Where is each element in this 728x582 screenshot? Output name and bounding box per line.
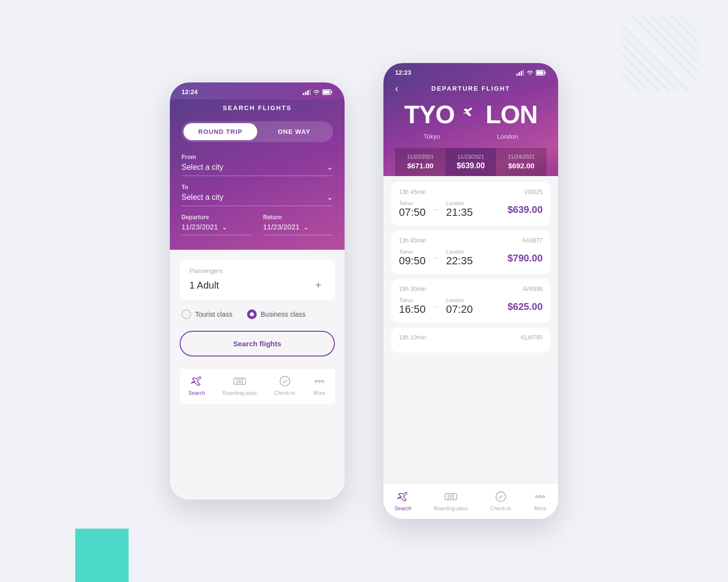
nav-search-1[interactable]: Search — [188, 374, 205, 396]
flight-duration-1: 13h 45min — [399, 237, 426, 244]
flight-arrow-1: → — [431, 253, 440, 263]
from-input[interactable]: Select a city ⌄ — [182, 162, 333, 176]
from-label: From — [182, 154, 333, 161]
round-trip-btn[interactable]: ROUND TRIP — [183, 123, 257, 140]
flight-arrow-2: → — [431, 302, 440, 312]
svg-line-6 — [621, 53, 660, 92]
nav-checkin-1[interactable]: Check-in — [274, 374, 295, 396]
passengers-row: 1 Adult + — [189, 278, 325, 292]
flight-code-3: KLM790 — [521, 334, 543, 341]
return-input[interactable]: 11/23/2021 ⌄ — [263, 223, 333, 235]
from-city-2: Tokvo — [399, 297, 426, 303]
wifi-icon — [313, 89, 320, 95]
search-content: Passengers 1 Adult + Tourist class Busin… — [170, 250, 345, 500]
svg-point-43 — [536, 496, 538, 498]
svg-rect-31 — [521, 71, 522, 76]
svg-line-3 — [641, 15, 699, 73]
passengers-value: 1 Adult — [189, 280, 219, 291]
from-value: Select a city — [182, 163, 223, 172]
svg-rect-17 — [331, 91, 332, 93]
tourist-radio — [182, 309, 191, 319]
from-field-group: From Select a city ⌄ — [182, 154, 333, 176]
svg-line-11 — [679, 15, 699, 34]
tourist-class-option[interactable]: Tourist class — [182, 309, 232, 319]
svg-rect-34 — [545, 72, 546, 74]
svg-rect-30 — [519, 72, 520, 76]
signal-icon-2 — [516, 70, 524, 76]
bottom-nav-2: Search Boarding pass — [383, 484, 558, 519]
status-time-2: 12:23 — [395, 69, 411, 76]
from-time-1: 09:50 — [399, 255, 426, 267]
add-passenger-btn[interactable]: + — [312, 278, 325, 292]
more-dots-icon-2 — [533, 490, 547, 503]
dest-city: London — [497, 133, 518, 140]
to-input[interactable]: Select a city ⌄ — [182, 193, 333, 206]
trip-toggle: ROUND TRIP ONE WAY — [182, 121, 333, 142]
svg-rect-35 — [537, 71, 544, 74]
svg-point-45 — [543, 496, 545, 498]
nav-search-2[interactable]: Search — [395, 490, 412, 511]
return-value: 11/23/2021 — [263, 223, 299, 231]
departure-label: Departure — [182, 214, 251, 221]
status-bar-1: 12:24 — [170, 82, 345, 99]
check-in-icon — [278, 374, 292, 388]
boarding-pass-icon-2 — [444, 490, 458, 503]
departure-input[interactable]: 11/23/2021 ⌄ — [182, 223, 251, 235]
nav-checkin-label-1: Check-in — [274, 390, 295, 396]
one-way-btn[interactable]: ONE WAY — [257, 123, 331, 140]
dp-price-3: $692.00 — [496, 162, 546, 170]
to-chevron-icon: ⌄ — [327, 193, 333, 202]
flight-code-0: VI9025 — [524, 189, 543, 195]
passengers-card: Passengers 1 Adult + — [180, 259, 335, 300]
route-arrow-icon — [463, 107, 478, 122]
flight-card-0[interactable]: 13h 45min VI9025 Tokvo 07:50 → London 21… — [391, 182, 550, 226]
nav-more-2[interactable]: More — [533, 490, 547, 511]
business-label: Business class — [261, 310, 306, 318]
nav-boarding-1[interactable]: Boarding pass — [223, 374, 257, 396]
nav-more-1[interactable]: More — [313, 374, 326, 396]
svg-point-27 — [318, 380, 320, 382]
business-class-option[interactable]: Business class — [247, 309, 306, 319]
flight-card-top-0: 13h 45min VI9025 — [399, 189, 543, 195]
departure-value: 11/23/2021 — [182, 223, 218, 231]
search-flights-btn[interactable]: Search flights — [180, 331, 335, 356]
svg-rect-18 — [323, 90, 330, 94]
date-price-1[interactable]: 11/22/2021 $671.00 — [395, 148, 446, 176]
status-icons-1 — [303, 89, 333, 95]
dp-date-2: 11/23/2021 — [446, 154, 496, 160]
flight-price-2: $625.00 — [508, 301, 543, 312]
search-plane-icon-2 — [396, 490, 410, 503]
dp-price-1: $671.00 — [395, 162, 446, 170]
svg-rect-29 — [516, 74, 518, 76]
flight-card-top-1: 13h 45min AA9877 — [399, 237, 543, 244]
to-time-1: 22:35 — [446, 255, 473, 267]
flight-card-bottom-1: Tokvo 09:50 → London 22:35 $790.00 — [399, 249, 543, 267]
date-price-2[interactable]: 11/23/2021 $639.00 — [446, 148, 496, 176]
nav-more-label-1: More — [314, 390, 326, 396]
flight-price-1: $790.00 — [508, 253, 543, 264]
return-field: Return 11/23/2021 ⌄ — [263, 214, 333, 235]
flight-card-3[interactable]: 18h 10min KLM790 — [391, 327, 550, 353]
nav-boarding-2[interactable]: Boarding pass — [434, 490, 468, 511]
flight-times-0: Tokvo 07:50 → London 21:35 — [399, 200, 473, 219]
nav-more-label-2: More — [534, 505, 546, 511]
search-plane-icon — [190, 374, 203, 388]
flight-code-2: AV6998 — [522, 286, 543, 292]
svg-point-26 — [315, 380, 317, 382]
flight-duration-0: 13h 45min — [399, 189, 426, 195]
nav-checkin-2[interactable]: Check-in — [490, 490, 511, 511]
svg-point-44 — [539, 496, 541, 498]
date-row: Departure 11/23/2021 ⌄ Return 11/23/2021… — [182, 214, 333, 235]
check-in-icon-2 — [494, 490, 508, 503]
boarding-pass-icon — [233, 374, 247, 388]
flight-card-2[interactable]: 15h 30min AV6998 Tokvo 16:50 → London 07… — [391, 279, 550, 323]
from-time-2: 16:50 — [399, 303, 426, 316]
svg-line-1 — [631, 15, 699, 82]
from-city-0: Tokvo — [399, 200, 426, 206]
date-price-3[interactable]: 11/24/2021 $692.00 — [496, 148, 546, 176]
flight-card-1[interactable]: 13h 45min AA9877 Tokvo 09:50 → London 22… — [391, 230, 550, 274]
flight-card-top-2: 15h 30min AV6998 — [399, 286, 543, 292]
back-button[interactable]: ‹ — [395, 83, 398, 94]
flight-times-1: Tokvo 09:50 → London 22:35 — [399, 249, 473, 267]
svg-line-7 — [660, 15, 699, 53]
